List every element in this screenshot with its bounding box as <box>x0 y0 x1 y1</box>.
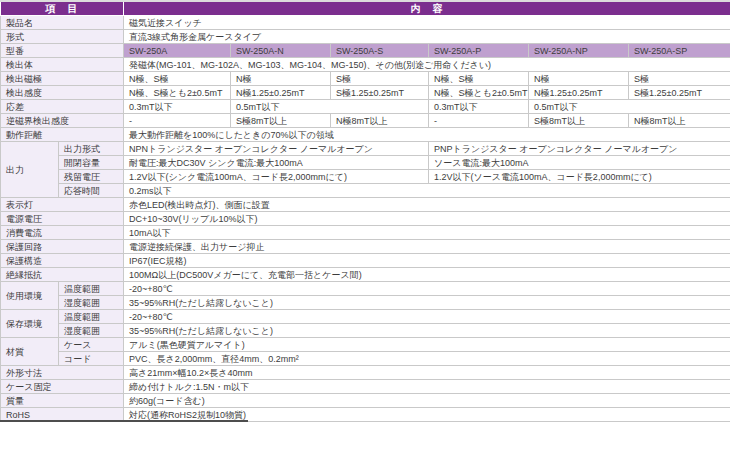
protection-circuit-value: 電源逆接続保護、出力サージ抑止 <box>124 240 730 254</box>
reverse-field-label: 逆磁界検出感度 <box>1 114 124 128</box>
material-cord-value: PVC、長さ2,000mm、直径4mm、0.2mm² <box>124 352 730 366</box>
sensitivity-label: 検出感度 <box>1 86 124 100</box>
residual-voltage-left-value: 1.2V以下(シンク電流100mA、コード長2,000mmにて) <box>124 170 429 184</box>
model-value: SW-250A-SP <box>629 44 730 58</box>
row-supply-voltage: 電源電圧 DC+10~30V(リップル10%以下) <box>1 212 730 226</box>
current-consumption-label: 消費電流 <box>1 226 124 240</box>
row-reverse-field: 逆磁界検出感度 - S極8mT以上 N極8mT以上 - S極8mT以上 N極8m… <box>1 114 730 128</box>
use-env-temp-label: 温度範囲 <box>59 282 124 296</box>
storage-env-humidity-label: 湿度範囲 <box>59 324 124 338</box>
case-mounting-value: 締め付けトルク:1.5N・m以下 <box>124 380 730 394</box>
detection-pole-label: 検出磁極 <box>1 72 124 86</box>
sensitivity-value: S極1.25±0.25mT <box>629 86 730 100</box>
reverse-field-value: - <box>429 114 529 128</box>
weight-label: 質量 <box>1 394 124 408</box>
reverse-field-value: - <box>124 114 231 128</box>
row-response-time: 応答時間 0.2ms以下 <box>1 184 730 198</box>
detection-pole-value: S極 <box>331 72 429 86</box>
row-detection-target: 検出体 発磁体(MG-101、MG-102A、MG-103、MG-104、MG-… <box>1 58 730 72</box>
material-cord-label: コード <box>59 352 124 366</box>
row-current-consumption: 消費電流 10mA以下 <box>1 226 730 240</box>
model-label: 型番 <box>1 44 124 58</box>
output-form-label: 出力形式 <box>59 142 124 156</box>
row-sensitivity: 検出感度 N極、S極とも2±0.5mT N極1.25±0.25mT S極1.25… <box>1 86 730 100</box>
detection-pole-value: N極 <box>231 72 331 86</box>
indicator-label: 表示灯 <box>1 198 124 212</box>
hysteresis-value: 0.5mT以下 <box>529 100 730 114</box>
response-time-label: 応答時間 <box>59 184 124 198</box>
model-value: SW-250A-N <box>231 44 331 58</box>
row-case-mounting: ケース固定 締め付けトルク:1.5N・m以下 <box>1 380 730 394</box>
output-form-left-value: NPNトランジスター オープンコレクター ノーマルオープン <box>124 142 429 156</box>
material-case-value: アルミ(黒色硬質アルマイト) <box>124 338 730 352</box>
weight-value: 約60g(コード含む) <box>124 394 730 408</box>
detection-pole-value: N極 <box>529 72 629 86</box>
model-value: SW-250A-P <box>429 44 529 58</box>
response-time-value: 0.2ms以下 <box>124 184 730 198</box>
hysteresis-value: 0.3mT以下 <box>124 100 231 114</box>
header-content: 内 容 <box>124 1 730 16</box>
hysteresis-value: 0.5mT以下 <box>231 100 429 114</box>
protection-circuit-label: 保護回路 <box>1 240 124 254</box>
row-storage-env-temp: 保存環境 温度範囲 -20~+80℃ <box>1 310 730 324</box>
switching-capacity-label: 開閉容量 <box>59 156 124 170</box>
product-name-label: 製品名 <box>1 16 124 30</box>
enclosure-rating-label: 保護構造 <box>1 254 124 268</box>
use-env-humidity-value: 35~95%RH(ただし結露しないこと) <box>124 296 730 310</box>
header-row: 項 目 内 容 <box>1 1 730 16</box>
form-value: 直流3線式角形金属ケースタイプ <box>124 30 730 44</box>
spec-sheet-page: 項 目 内 容 製品名 磁気近接スイッチ 形式 直流3線式角形金属ケースタイプ … <box>0 0 730 455</box>
dimensions-label: 外形寸法 <box>1 366 124 380</box>
row-model: 型番 SW-250A SW-250A-N SW-250A-S SW-250A-P… <box>1 44 730 58</box>
detection-pole-value: N極、S極 <box>124 72 231 86</box>
use-env-group-label: 使用環境 <box>1 282 59 310</box>
switching-capacity-right-value: ソース電流:最大100mA <box>429 156 730 170</box>
form-label: 形式 <box>1 30 124 44</box>
detection-target-value: 発磁体(MG-101、MG-102A、MG-103、MG-104、MG-150)… <box>124 58 730 72</box>
use-env-humidity-label: 湿度範囲 <box>59 296 124 310</box>
row-detection-pole: 検出磁極 N極、S極 N極 S極 N極、S極 N極 S極 <box>1 72 730 86</box>
row-weight: 質量 約60g(コード含む) <box>1 394 730 408</box>
sensitivity-value: N極1.25±0.25mT <box>529 86 629 100</box>
model-value: SW-250A-S <box>331 44 429 58</box>
product-name-value: 磁気近接スイッチ <box>124 16 730 30</box>
row-product-name: 製品名 磁気近接スイッチ <box>1 16 730 30</box>
row-output-form: 出力 出力形式 NPNトランジスター オープンコレクター ノーマルオープン PN… <box>1 142 730 156</box>
sensitivity-value: N極、S極とも2±0.5mT <box>429 86 529 100</box>
row-hysteresis: 応差 0.3mT以下 0.5mT以下 0.3mT以下 0.5mT以下 <box>1 100 730 114</box>
row-use-env-temp: 使用環境 温度範囲 -20~+80℃ <box>1 282 730 296</box>
use-env-temp-value: -20~+80℃ <box>124 282 730 296</box>
row-operating-distance: 動作距離 最大動作距離を100%にしたときの70%以下の領域 <box>1 128 730 142</box>
case-mounting-label: ケース固定 <box>1 380 124 394</box>
row-residual-voltage: 残留電圧 1.2V以下(シンク電流100mA、コード長2,000mmにて) 1.… <box>1 170 730 184</box>
header-item: 項 目 <box>1 1 124 16</box>
spec-table: 項 目 内 容 製品名 磁気近接スイッチ 形式 直流3線式角形金属ケースタイプ … <box>0 0 730 422</box>
reverse-field-value: N極8mT以上 <box>629 114 730 128</box>
row-switching-capacity: 開閉容量 耐電圧:最大DC30V シンク電流:最大100mA ソース電流:最大1… <box>1 156 730 170</box>
residual-voltage-right-value: 1.2V以下(ソース電流100mA、コード長2,000mmにて) <box>429 170 730 184</box>
row-indicator: 表示灯 赤色LED(検出時点灯)、側面に設置 <box>1 198 730 212</box>
detection-pole-value: S極 <box>629 72 730 86</box>
row-storage-env-humidity: 湿度範囲 35~95%RH(ただし結露しないこと) <box>1 324 730 338</box>
detection-pole-value: N極、S極 <box>429 72 529 86</box>
model-value: SW-250A <box>124 44 231 58</box>
row-material-case: 材質 ケース アルミ(黒色硬質アルマイト) <box>1 338 730 352</box>
output-form-right-value: PNPトランジスター オープンコレクター ノーマルオープン <box>429 142 730 156</box>
reverse-field-value: S極8mT以上 <box>231 114 331 128</box>
residual-voltage-label: 残留電圧 <box>59 170 124 184</box>
row-form: 形式 直流3線式角形金属ケースタイプ <box>1 30 730 44</box>
storage-env-group-label: 保存環境 <box>1 310 59 338</box>
row-enclosure-rating: 保護構造 IP67(IEC規格) <box>1 254 730 268</box>
hysteresis-label: 応差 <box>1 100 124 114</box>
table-bottom-accent-border <box>0 420 248 422</box>
insulation-resistance-value: 100MΩ以上(DC500Vメガーにて、充電部一括とケース間) <box>124 268 730 282</box>
row-dimensions: 外形寸法 高さ21mm×幅10.2×長さ40mm <box>1 366 730 380</box>
supply-voltage-label: 電源電圧 <box>1 212 124 226</box>
storage-env-humidity-value: 35~95%RH(ただし結露しないこと) <box>124 324 730 338</box>
detection-target-label: 検出体 <box>1 58 124 72</box>
enclosure-rating-value: IP67(IEC規格) <box>124 254 730 268</box>
current-consumption-value: 10mA以下 <box>124 226 730 240</box>
supply-voltage-value: DC+10~30V(リップル10%以下) <box>124 212 730 226</box>
row-material-cord: コード PVC、長さ2,000mm、直径4mm、0.2mm² <box>1 352 730 366</box>
row-use-env-humidity: 湿度範囲 35~95%RH(ただし結露しないこと) <box>1 296 730 310</box>
